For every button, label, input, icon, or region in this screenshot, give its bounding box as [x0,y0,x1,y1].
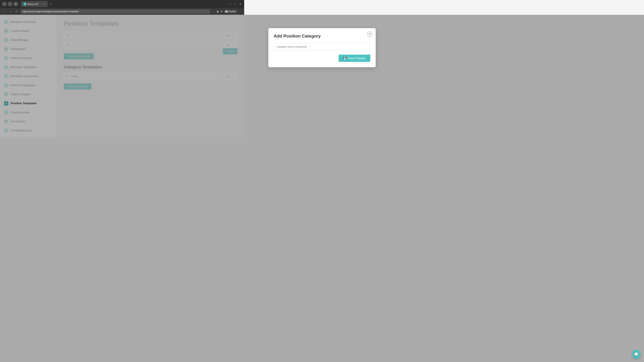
url-input[interactable] [20,9,210,14]
tab-bar: Breezy HR ✕ + [21,1,226,7]
maximize-button[interactable]: □ [234,2,237,6]
profile-icon[interactable]: ■ [221,10,222,13]
tab-close-button[interactable]: ✕ [43,3,45,5]
close-window-button[interactable]: ✕ [239,2,242,6]
menu-icon[interactable]: ⋮ [239,10,242,13]
active-tab[interactable]: Breezy HR ✕ [21,1,48,7]
reload-button[interactable]: ↻ [14,2,18,6]
incognito-badge: 👔 Incognito [224,10,237,13]
minimize-button[interactable]: — [228,2,232,6]
back-button[interactable]: ← [2,2,7,6]
nav-back-button[interactable]: ← [3,9,7,13]
tab-label: Breezy HR [28,3,38,5]
nav-reload-button[interactable]: ↻ [15,9,18,14]
address-actions: ☆ ▣ ■ 👔 Incognito ⋮ [212,10,242,13]
extensions-icon[interactable]: ▣ [216,10,219,13]
bookmark-icon[interactable]: ☆ [212,10,215,13]
incognito-icon: 👔 [225,10,228,12]
modal-overlay: Add Position Category ✕ 💾 Save Changes [0,15,244,137]
nav-forward-button[interactable]: → [9,9,13,13]
incognito-label: Incognito [228,10,236,12]
tab-favicon [24,3,26,5]
browser-nav-controls: ← → ↻ [2,2,18,6]
browser-chrome: ← → ↻ Breezy HR ✕ + — □ ✕ [0,0,244,8]
new-tab-button[interactable]: + [48,2,53,6]
window-controls: — □ ✕ [228,2,242,6]
forward-button[interactable]: → [8,2,12,6]
address-bar: ← → ↻ ☆ ▣ ■ 👔 Incognito ⋮ [0,8,244,15]
